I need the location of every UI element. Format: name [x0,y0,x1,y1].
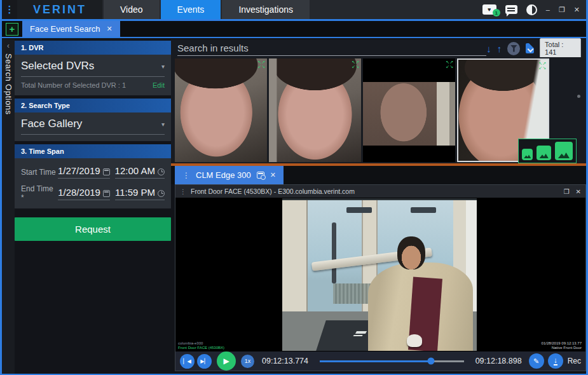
search-type-dropdown[interactable]: Face Gallery ▾ [21,118,165,135]
step-forward-button[interactable]: ▶▏ [197,354,212,369]
messages-icon[interactable] [505,5,517,14]
chevron-down-icon: ▾ [161,63,165,70]
app-menu-icon[interactable]: ⋮ [2,0,17,19]
application-window: ⋮ VERINT Video Events Investigations ♥1 … [0,0,588,375]
tab-close-icon[interactable]: ✕ [107,25,113,33]
section-body-dvr: Selected DVRs ▾ Total Number of Selected… [15,55,171,95]
brightness-icon[interactable] [526,4,537,15]
expand-icon[interactable]: ↖↗↙↘ [446,60,453,69]
face-result-thumbnail[interactable]: ↖↗↙↘ [175,58,267,162]
health-monitor-icon[interactable]: ♥1 [482,4,496,15]
clock-icon[interactable] [158,190,165,197]
thumbnail-size-medium-button[interactable] [537,146,550,160]
calendar-icon[interactable] [103,190,110,197]
play-button[interactable]: ▶ [217,351,236,371]
face-result-thumbnail[interactable]: ↖↗↙↘ [363,58,455,162]
restore-button[interactable]: ❐ [559,6,565,14]
collapse-panel-icon[interactable]: ‹ [2,41,15,50]
expand-icon[interactable]: ↖↗↙↘ [352,60,359,69]
tab-events[interactable]: Events [161,0,221,19]
playback-schedule-icon[interactable] [257,172,264,179]
chevron-down-icon: ▾ [161,121,165,128]
scrollbar-thumb[interactable] [577,95,580,98]
drag-handle-icon[interactable]: ⋮ [180,188,186,195]
total-count-badge: Total : 141 [540,38,581,58]
expand-icon[interactable]: ↖↗↙↘ [538,61,546,70]
thumbnail-size-small-button[interactable] [522,149,533,160]
end-time: 09:12:18.898 [475,357,522,365]
video-player-window: ⋮ Front Door FACE (4530BX) - E300.columb… [175,184,586,371]
minimize-button[interactable]: – [546,6,550,13]
top-bar: ⋮ VERINT Video Events Investigations ♥1 … [2,0,586,19]
edit-dvr-link[interactable]: Edit [153,81,165,89]
image-icon [540,153,549,158]
annotate-icon[interactable]: ✎ [529,353,544,369]
clock-icon[interactable] [158,168,165,175]
image-icon [524,154,531,158]
section-header-search-type: 2. Search Type [15,99,171,112]
start-time-row: Start Time 1/27/2019 12:00 AM [21,165,165,179]
request-button[interactable]: Request [15,217,171,241]
start-time-label: Start Time [21,168,58,177]
player-title: Front Door FACE (4530BX) - E300.columbia… [191,188,355,195]
start-time-field[interactable]: 12:00 AM [115,165,165,179]
sort-up-icon[interactable]: ↑ [497,43,502,54]
face-results-grid: ↖↗↙↘ ↖↗↙↘ ↖↗↙↘ ↖↗↙↘ [171,57,586,164]
start-date-field[interactable]: 1/27/2019 [58,165,110,179]
dvr-count-note: Total Number of Selected DVR : 1 [21,81,126,89]
brand-text: VERINT [33,3,86,17]
calendar-icon[interactable] [103,168,110,175]
search-options-strip: ‹ Search Options [2,39,15,374]
camera-tab-row: ⋮ CLM Edge 300 ✕ [171,166,586,184]
add-tab-button[interactable]: + [6,23,18,36]
health-badge: 1 [493,9,500,17]
search-options-panel: 1. DVR Selected DVRs ▾ Total Number of S… [15,41,171,241]
workspace-tab-strip: + Face Event Search ✕ [2,21,586,38]
playback-speed-button[interactable]: 1x [241,355,254,368]
video-overlay-bottom-right: 01/28/2019 09:12:13.77 Native Front Door [542,341,582,350]
tab-close-icon[interactable]: ✕ [270,171,276,179]
player-progress-thumb[interactable] [427,358,434,365]
timeline-slider[interactable] [320,360,464,362]
filter-icon[interactable] [507,42,520,55]
video-canvas[interactable]: columbia-e300 Front Door FACE (4530BX) 0… [175,198,585,351]
current-time: 09:12:13.774 [262,357,308,365]
close-button[interactable]: ✕ [574,6,580,14]
player-progress-fill [320,360,431,362]
step-backward-button[interactable]: ▏◀ [180,354,195,369]
video-overlay-bottom-left: columbia-e300 Front Door FACE (4530BX) [178,341,224,350]
face-result-thumbnail[interactable]: ↖↗↙↘ [269,58,361,162]
player-title-bar: ⋮ Front Door FACE (4530BX) - E300.columb… [175,185,585,198]
brand-logo: VERINT [17,0,102,19]
topbar-icons: ♥1 – ❐ ✕ [482,0,586,19]
tab-face-event-search[interactable]: Face Event Search ✕ [22,21,120,37]
section-header-dvr: 1. DVR [15,41,171,55]
end-time-field[interactable]: 11:59 PM [115,187,165,200]
tab-video[interactable]: Video [104,0,160,19]
playback-control-bar: ▏◀ ▶▏ ▶ 1x 09:12:13.774 09:12:18.898 ✎ ↓… [175,351,585,371]
end-date-field[interactable]: 1/28/2019 [58,187,110,200]
export-report-icon[interactable] [526,43,534,53]
selected-dvrs-value: Selected DVRs [21,60,94,72]
drag-handle-icon[interactable]: ⋮ [182,171,190,180]
end-time-row: End Time * 1/28/2019 11:59 PM [21,184,165,202]
player-close-button[interactable]: ✕ [576,188,581,195]
sort-down-icon[interactable]: ↓ [486,43,491,54]
results-header: ↓ ↑ Total : 141 [171,39,586,57]
selected-dvrs-dropdown[interactable]: Selected DVRs ▾ [21,60,165,77]
tab-investigations[interactable]: Investigations [222,0,310,19]
image-icon [558,151,570,158]
search-type-value: Face Gallery [21,118,82,130]
search-options-title: Search Options [4,53,13,115]
thumbnail-size-popup [518,139,577,163]
camera-frame [282,198,477,351]
tab-clm-edge-300[interactable]: ⋮ CLM Edge 300 ✕ [175,166,284,184]
download-icon[interactable]: ↓ [548,353,563,369]
tab-face-event-search-label: Face Event Search [30,24,100,34]
rec-label: Rec [568,357,581,365]
search-in-results-input[interactable] [177,41,486,56]
expand-icon[interactable]: ↖↗↙↘ [257,60,265,69]
section-body-time-span: Start Time 1/27/2019 12:00 AM End Time *… [15,158,171,208]
thumbnail-size-large-button[interactable] [555,142,573,160]
player-restore-button[interactable]: ❐ [564,188,570,195]
